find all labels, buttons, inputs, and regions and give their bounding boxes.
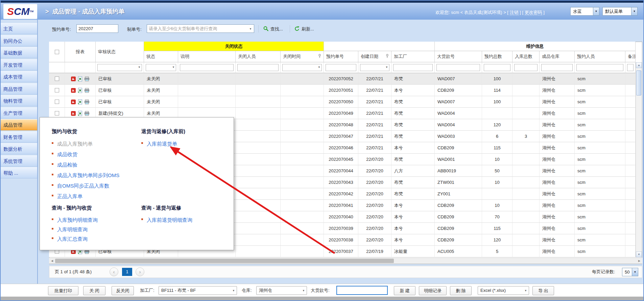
menu-item[interactable]: 成品入库预约单 (52, 139, 119, 149)
menu-item[interactable]: 成品检验 (52, 160, 119, 170)
column-header-audit[interactable]: 审核状态 (96, 42, 144, 62)
column-filter-select-close_time[interactable]: ▼ (282, 64, 322, 71)
menu-item-label[interactable]: 入库汇总查询 (57, 236, 88, 242)
column-header-style_no[interactable]: 大货款号 (435, 51, 482, 62)
refresh-button[interactable]: 刷新... (294, 26, 314, 33)
column-filter-input-factory[interactable] (393, 64, 433, 71)
column-header-close_time[interactable]: 关闭时间 (281, 51, 324, 62)
chevron-down-icon[interactable]: ▼ (631, 7, 637, 15)
horizontal-scroll-thumb[interactable] (55, 259, 394, 263)
column-header-desc[interactable]: 说明 (178, 51, 236, 62)
close-order-button[interactable]: 关 闭 (83, 286, 105, 295)
export-format-select[interactable]: Excel (*.xlsx) ▼ (478, 286, 529, 295)
column-header-status[interactable]: 状态 (144, 51, 178, 62)
chevron-down-icon[interactable]: ▼ (593, 7, 599, 15)
theme-select[interactable]: 水蓝 ▼ (570, 7, 599, 16)
chevron-down-icon[interactable]: ▼ (232, 289, 235, 292)
excel-icon[interactable] (77, 76, 83, 82)
column-filter-select-audit[interactable]: ▼ (97, 64, 142, 71)
scroll-up-icon[interactable]: ▲ (636, 62, 642, 68)
printer-icon[interactable] (84, 99, 90, 105)
column-filter-select-status[interactable]: ▼ (146, 64, 176, 71)
filter-pin-icon[interactable] (386, 54, 389, 59)
per-page-select[interactable]: 50 ▼ (622, 268, 638, 276)
mfg-no-combo-input[interactable] (147, 24, 254, 33)
menu-item[interactable]: 正品入库单 (52, 191, 119, 202)
sidebar-item[interactable]: 基础数据 (1, 47, 37, 58)
row-checkbox[interactable] (55, 111, 59, 115)
menu-item[interactable]: 入库汇总查询 (52, 234, 98, 244)
sidebar-item[interactable]: 生产管理 (1, 107, 37, 119)
menu-item-label[interactable]: 入库前退货明细查询 (147, 217, 192, 223)
column-filter-input-warehouse[interactable] (541, 64, 573, 71)
sidebar-item[interactable]: 系统管理 (1, 155, 37, 167)
menu-item-label[interactable]: 入库明细查询 (57, 227, 88, 233)
select-all-checkbox[interactable] (55, 50, 59, 54)
table-row[interactable]: 已审核未关闭202207005022/07/21布梵WAD007100湖州仓sc… (49, 96, 636, 108)
excel-icon[interactable] (77, 99, 83, 105)
column-filter-input-order_no[interactable] (326, 64, 356, 71)
style-no-input[interactable] (336, 286, 388, 295)
sidebar-item[interactable]: 帮助 ... (1, 167, 37, 178)
column-filter-input-person[interactable] (576, 64, 623, 71)
chevron-down-icon[interactable]: ▼ (524, 289, 527, 292)
page-number-button[interactable]: 1 (122, 268, 132, 276)
chevron-down-icon[interactable]: ▼ (172, 66, 175, 69)
column-header-total_qty[interactable]: 预约总数 (482, 51, 512, 62)
column-filter-input-remark[interactable] (627, 64, 634, 71)
chevron-down-icon[interactable]: ▼ (632, 268, 638, 276)
factory-select[interactable]: BF111 - 布梵 - BF ▼ (159, 286, 237, 295)
column-header-create_date[interactable]: 创建日期 (358, 51, 391, 62)
excel-icon[interactable] (77, 88, 83, 93)
menu-item[interactable]: 入库预约明细查询 (52, 215, 98, 225)
sidebar-item[interactable]: 商品管理 (1, 83, 37, 94)
table-row[interactable]: 已审核未关闭202207005222/07/21布梵WAD007100湖州仓sc… (49, 73, 636, 85)
column-filter-input-style_no[interactable] (436, 64, 480, 71)
chevron-down-icon[interactable]: ▼ (302, 289, 305, 292)
menu-item[interactable]: 自OMS同步正品入库数 (52, 181, 119, 191)
delete-button[interactable]: 删 除 (450, 286, 472, 295)
column-header-closer[interactable]: 关闭人员 (236, 51, 281, 62)
prev-page-button[interactable]: ‹ (110, 267, 118, 276)
printer-icon[interactable] (84, 88, 90, 93)
menu-item[interactable]: 成品收货 (52, 149, 119, 160)
sidebar-item[interactable]: 成品管理 (1, 119, 37, 130)
column-header-warehouse[interactable]: 成品仓库 (540, 51, 575, 62)
pdf-icon[interactable] (71, 76, 76, 82)
column-header-person[interactable]: 预约人员 (575, 51, 625, 62)
table-row[interactable]: 已审核未关闭202207005122/07/21本兮CDB209114湖州仓sc… (49, 85, 636, 96)
detail-records-button[interactable]: 明细记录 (419, 286, 447, 295)
sidebar-item[interactable]: 协同办公 (1, 35, 37, 46)
horizontal-scrollbar[interactable]: ◀ ▶ (49, 258, 642, 264)
excel-icon[interactable] (77, 111, 83, 116)
menu-item-label[interactable]: 入库预约明细查询 (57, 217, 98, 223)
menu-mode-select[interactable]: 默认菜单 ▼ (602, 7, 638, 16)
column-filter-input-desc[interactable] (180, 64, 234, 71)
pdf-icon[interactable] (71, 111, 76, 116)
menu-item-label[interactable]: 成品收货 (57, 151, 77, 158)
vertical-scroll-thumb[interactable] (636, 70, 641, 95)
printer-icon[interactable] (84, 76, 90, 82)
chevron-down-icon[interactable]: ▼ (138, 66, 141, 69)
menu-item-label[interactable]: 自OMS同步正品入库数 (57, 183, 109, 189)
menu-item[interactable]: 入库前退货单 (141, 139, 185, 149)
menu-item-label[interactable]: 成品检验 (57, 162, 77, 168)
menu-item-label[interactable]: 入库前退货单 (147, 141, 177, 147)
warehouse-select[interactable]: 湖州仓 ▼ (256, 286, 307, 295)
chevron-down-icon[interactable]: ▼ (249, 27, 252, 30)
menu-item[interactable]: 入库前退货明细查询 (141, 215, 192, 225)
vertical-scrollbar[interactable]: ▲ ▼ (636, 62, 642, 257)
column-filter-input-in_qty[interactable] (514, 64, 538, 71)
search-button[interactable]: 查找... (263, 26, 283, 33)
column-header-remark[interactable]: 备注 (625, 51, 636, 62)
printer-icon[interactable] (84, 111, 90, 116)
sidebar-item[interactable]: 数据分析 (1, 143, 37, 154)
scroll-right-icon[interactable]: ▶ (637, 259, 642, 263)
chevron-down-icon[interactable]: ▼ (385, 66, 388, 69)
new-button[interactable]: 新 建 (394, 286, 415, 295)
row-checkbox[interactable] (55, 77, 59, 81)
sidebar-item[interactable]: 开发管理 (1, 59, 37, 70)
menu-item-label[interactable]: 成品入库预约单同步到OMS (57, 172, 119, 179)
column-filter-input-closer[interactable] (237, 64, 279, 71)
logout-link[interactable]: 注销 (510, 10, 519, 15)
